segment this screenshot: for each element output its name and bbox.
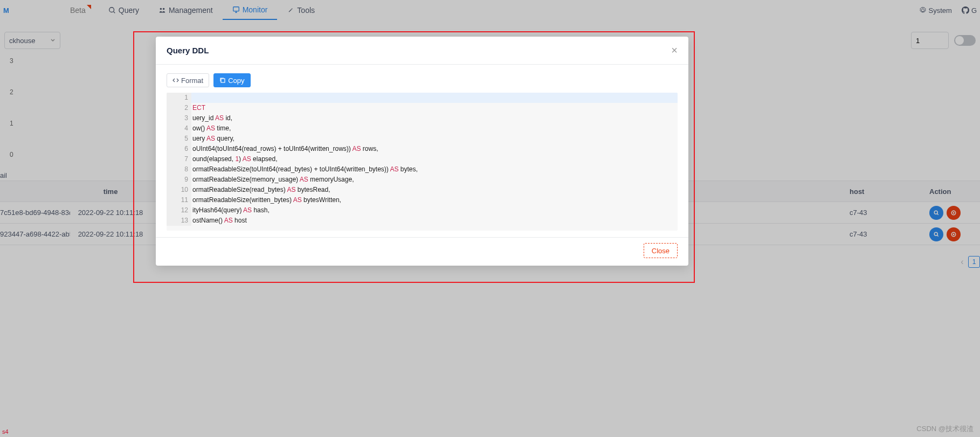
line-number: 5 [167, 134, 191, 144]
code-text [191, 93, 678, 103]
code-text: oUInt64(toUInt64(read_rows) + toUInt64(w… [191, 144, 678, 154]
code-text: ormatReadableSize(memory_usage) AS memor… [191, 175, 678, 185]
code-text: uery_id AS id, [191, 113, 678, 123]
line-number: 11 [167, 195, 191, 205]
line-number: 13 [167, 216, 191, 226]
code-text: ormatReadableSize(read_bytes) AS bytesRe… [191, 185, 678, 195]
code-line: 8ormatReadableSize(toUInt64(read_bytes) … [167, 164, 678, 175]
code-line: 7ound(elapsed, 1) AS elapsed, [167, 154, 678, 164]
code-text: ormatReadableSize(written_bytes) AS byte… [191, 195, 678, 205]
line-number: 10 [167, 185, 191, 195]
format-button[interactable]: Format [167, 73, 209, 87]
line-number: 8 [167, 164, 191, 175]
line-number: 1 [167, 93, 191, 103]
code-text: ostName() AS host [191, 216, 678, 226]
code-line: 9ormatReadableSize(memory_usage) AS memo… [167, 175, 678, 185]
code-line: 3uery_id AS id, [167, 113, 678, 123]
line-number: 4 [167, 123, 191, 134]
close-icon[interactable]: × [671, 44, 678, 57]
close-button[interactable]: Close [644, 243, 678, 258]
modal-footer: Close [156, 237, 688, 266]
code-line: 6oUInt64(toUInt64(read_rows) + toUInt64(… [167, 144, 678, 154]
code-line: 11ormatReadableSize(written_bytes) AS by… [167, 195, 678, 205]
svg-rect-15 [221, 79, 225, 82]
code-editor[interactable]: 1 2ECT3uery_id AS id,4ow() AS time,5uery… [167, 93, 678, 231]
modal-toolbar: Format Copy [167, 73, 678, 87]
modal-header: Query DDL × [156, 37, 688, 65]
copy-button[interactable]: Copy [213, 73, 250, 87]
code-line: 12ityHash64(query) AS hash, [167, 205, 678, 216]
code-icon [172, 77, 179, 84]
line-number: 2 [167, 103, 191, 113]
copy-label: Copy [228, 77, 244, 85]
code-line: 2ECT [167, 103, 678, 113]
code-line: 5uery AS query, [167, 134, 678, 144]
code-text: ECT [191, 103, 678, 113]
code-line: 13ostName() AS host [167, 216, 678, 226]
query-ddl-modal: Query DDL × Format Copy 1 2ECT3uery_id A… [156, 37, 688, 266]
modal-body: Format Copy 1 2ECT3uery_id AS id,4ow() A… [156, 65, 688, 237]
code-text: uery AS query, [191, 134, 678, 144]
line-number: 12 [167, 205, 191, 216]
code-line: 4ow() AS time, [167, 123, 678, 134]
line-number: 7 [167, 154, 191, 164]
line-number: 9 [167, 175, 191, 185]
code-text: ound(elapsed, 1) AS elapsed, [191, 154, 678, 164]
copy-icon [219, 77, 226, 84]
format-label: Format [181, 77, 203, 85]
line-number: 6 [167, 144, 191, 154]
line-number: 3 [167, 113, 191, 123]
code-text: ormatReadableSize(toUInt64(read_bytes) +… [191, 164, 678, 175]
code-text: ow() AS time, [191, 123, 678, 134]
code-line: 1 [167, 93, 678, 103]
code-text: ityHash64(query) AS hash, [191, 205, 678, 216]
modal-title: Query DDL [167, 46, 209, 55]
code-line: 10ormatReadableSize(read_bytes) AS bytes… [167, 185, 678, 195]
